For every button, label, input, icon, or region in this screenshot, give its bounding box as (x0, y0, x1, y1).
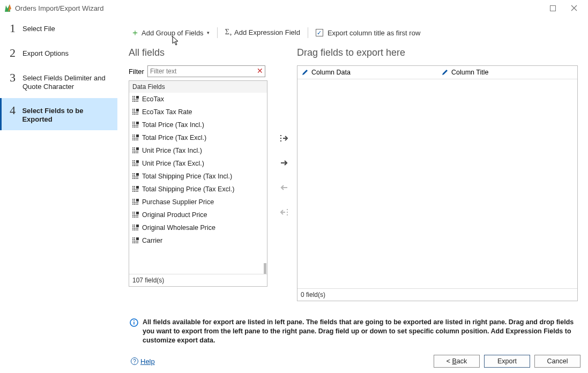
clear-filter-icon[interactable]: ✕ (257, 66, 263, 75)
svg-point-78 (137, 165, 138, 166)
step-select-fields[interactable]: 4 Select Fields to be Exported (0, 98, 117, 131)
step-delimiter-quote[interactable]: 3 Select Fields Delimiter and Quote Char… (0, 65, 117, 98)
field-row[interactable]: Total Shipping Price (Tax Incl.) (129, 170, 267, 183)
svg-point-38 (136, 126, 137, 128)
svg-point-83 (134, 175, 135, 176)
field-row[interactable]: Original Product Price (129, 208, 267, 221)
field-row[interactable]: Total Shipping Price (Tax Excl.) (129, 183, 267, 196)
field-row[interactable]: EcoTax Tax Rate (129, 106, 267, 118)
field-icon (132, 109, 139, 115)
svg-rect-159 (133, 320, 135, 322)
svg-point-71 (132, 163, 133, 165)
svg-point-113 (137, 202, 138, 203)
svg-rect-79 (136, 173, 139, 176)
svg-point-152 (137, 241, 138, 242)
step-select-file[interactable]: 1 Select File (0, 16, 117, 41)
checkbox-checked-icon: ✓ (316, 29, 323, 36)
svg-rect-1 (136, 96, 139, 99)
export-button[interactable]: Export (484, 355, 530, 368)
field-row[interactable]: EcoTax (129, 93, 267, 106)
field-label: Original Product Price (142, 211, 207, 219)
filter-input[interactable] (147, 65, 265, 77)
svg-point-103 (136, 191, 137, 192)
field-row[interactable]: Purchase Supplier Price (129, 196, 267, 208)
svg-point-80 (132, 173, 133, 174)
svg-point-116 (136, 204, 137, 205)
svg-point-100 (137, 189, 138, 190)
move-all-right-button[interactable] (277, 132, 292, 145)
help-link[interactable]: ? Help (131, 357, 155, 365)
svg-point-56 (132, 149, 133, 150)
svg-point-68 (134, 160, 135, 161)
svg-point-154 (134, 242, 135, 243)
svg-point-63 (134, 152, 135, 153)
svg-point-76 (134, 165, 135, 166)
close-button[interactable] (563, 0, 585, 16)
svg-point-96 (134, 188, 135, 189)
field-row[interactable]: Total Price (Tax Incl.) (129, 118, 267, 131)
column-data-header[interactable]: Column Data (297, 66, 437, 79)
field-row[interactable]: Original Wholesale Price (129, 221, 267, 234)
svg-point-37 (134, 126, 135, 128)
svg-point-122 (134, 213, 135, 214)
back-button[interactable]: < Back (434, 355, 480, 368)
move-right-button[interactable] (277, 156, 292, 169)
svg-point-23 (132, 114, 133, 115)
svg-point-108 (132, 200, 133, 202)
app-icon (3, 4, 12, 12)
field-icon (132, 237, 139, 244)
expression-icon: Σ+ (225, 28, 232, 38)
step-export-options[interactable]: 2 Export Options (0, 41, 117, 65)
field-row[interactable]: Unit Price (Tax Excl.) (129, 157, 267, 170)
svg-point-126 (137, 215, 138, 216)
add-expression-field-button[interactable]: Σ+ Add Expression Field (223, 27, 302, 39)
svg-point-86 (136, 176, 137, 177)
svg-point-149 (132, 241, 133, 242)
svg-point-30 (132, 123, 133, 124)
svg-point-117 (137, 204, 138, 205)
field-label: Carrier (142, 237, 162, 244)
svg-point-77 (136, 165, 137, 166)
svg-point-43 (132, 136, 133, 137)
svg-point-156 (137, 242, 138, 243)
svg-point-5 (134, 98, 135, 99)
svg-point-146 (134, 237, 135, 238)
svg-point-140 (132, 229, 133, 230)
svg-point-102 (134, 191, 135, 192)
svg-point-132 (132, 225, 133, 226)
svg-point-10 (132, 101, 133, 102)
add-group-fields-button[interactable]: ＋ Add Group of Fields ▾ (129, 27, 212, 38)
svg-point-115 (134, 204, 135, 205)
field-row[interactable]: Total Price (Tax Excl.) (129, 131, 267, 144)
export-drop-area[interactable] (297, 79, 577, 288)
field-row[interactable]: Unit Price (Tax Incl.) (129, 144, 267, 157)
field-row[interactable]: Carrier (129, 234, 267, 247)
all-fields-scroll[interactable]: Data Fields EcoTaxEcoTax Tax RateTotal P… (129, 81, 267, 274)
plus-icon: ＋ (131, 28, 139, 37)
field-icon (132, 225, 139, 231)
svg-point-88 (132, 178, 133, 179)
drag-fields-heading: Drag fields to export here (297, 47, 405, 58)
svg-point-60 (136, 151, 137, 152)
field-label: Unit Price (Tax Incl.) (142, 147, 202, 154)
svg-point-31 (134, 123, 135, 124)
field-icon (132, 199, 139, 205)
svg-point-29 (134, 122, 135, 123)
column-title-header[interactable]: Column Title (437, 66, 577, 79)
svg-point-62 (132, 152, 133, 153)
field-label: Total Price (Tax Excl.) (142, 134, 206, 141)
svg-point-155 (136, 242, 137, 243)
cancel-button[interactable]: Cancel (534, 355, 580, 368)
move-all-left-button[interactable] (277, 206, 292, 219)
export-first-row-toggle[interactable]: ✓ Export column title as first row (314, 28, 422, 38)
all-fields-list[interactable]: Data Fields EcoTaxEcoTax Tax RateTotal P… (129, 80, 267, 287)
svg-point-119 (132, 212, 133, 213)
export-fields-list[interactable]: Column Data Column Title 0 field(s) (297, 65, 578, 301)
svg-point-133 (134, 225, 135, 226)
move-left-button[interactable] (277, 181, 292, 194)
svg-point-7 (134, 99, 135, 100)
maximize-button[interactable] (542, 0, 563, 16)
svg-point-3 (134, 96, 135, 97)
svg-point-124 (134, 215, 135, 216)
scrollbar-thumb[interactable] (264, 263, 266, 274)
